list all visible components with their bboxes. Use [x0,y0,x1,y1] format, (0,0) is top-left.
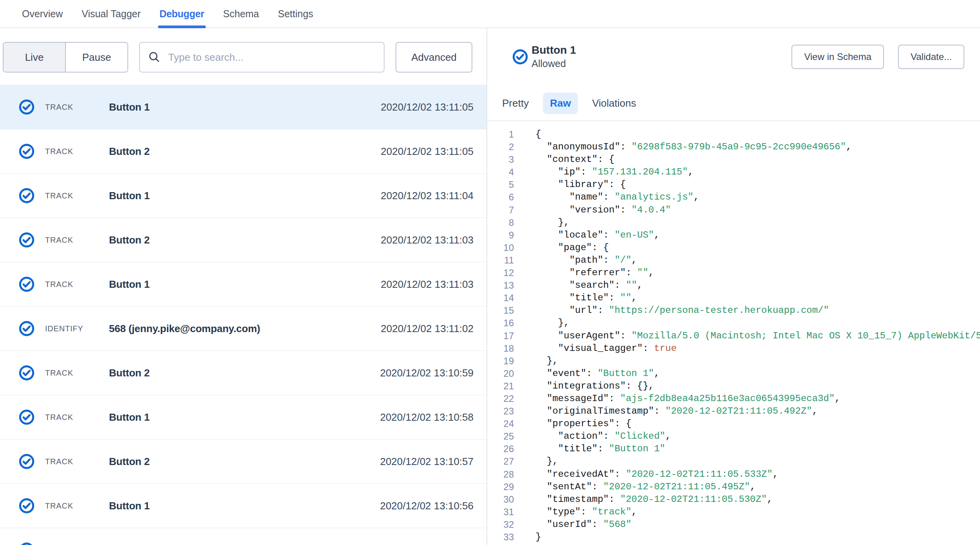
line-number: 10 [487,242,514,254]
code-line: 18 "visual_tagger": true [487,342,980,355]
event-row[interactable]: TRACKButton 22020/12/02 13:10:59 [0,351,486,395]
check-circle-icon [19,365,34,381]
event-type-label: TRACK [45,103,109,112]
code-text: }, [514,317,569,329]
validate-button[interactable]: Validate... [898,45,964,69]
detail-tab-violations[interactable]: Violations [585,93,643,114]
event-row[interactable]: TRACKButton 12020/12/02 13:11:05 [0,85,486,129]
event-list-panel: Live Pause Advanced TRACKButton 12020/12… [0,28,487,545]
event-type-label: TRACK [45,147,109,156]
event-name: Button 1 [109,411,150,423]
event-row[interactable]: TRACKButton 22020/12/02 13:10:57 [0,440,486,484]
tab-visual-tagger[interactable]: Visual Tagger [82,0,141,27]
code-line: 20 "event": "Button 1", [487,367,980,380]
code-text: "search": "", [514,279,643,292]
event-type-label: TRACK [45,457,109,466]
code-text: "properties": { [514,418,632,430]
code-line: 17 "userAgent": "Mozilla/5.0 (Macintosh;… [487,330,980,342]
event-type-label: TRACK [45,236,109,245]
top-nav: OverviewVisual TaggerDebuggerSchemaSetti… [0,0,980,28]
code-line: 14 "title": "", [487,292,980,304]
code-text: }, [514,216,569,229]
line-number: 28 [487,468,514,481]
line-number: 5 [487,178,514,191]
code-line: 21 "integrations": {}, [487,380,980,392]
line-number: 19 [487,355,514,367]
line-number: 26 [487,443,514,455]
code-line: 29 "sentAt": "2020-12-02T21:11:05.495Z", [487,481,980,493]
event-type-label: IDENTIFY [45,324,109,333]
line-number: 8 [487,216,514,229]
line-number: 17 [487,330,514,342]
code-text: }, [514,355,558,367]
event-row[interactable]: TRACKButton 12020/12/02 13:10:58 [0,395,486,440]
event-row[interactable]: IDENTIFY565 (hal.sturgeon@company.com)20… [0,528,486,545]
event-row[interactable]: TRACKButton 12020/12/02 13:11:03 [0,262,486,307]
event-row[interactable]: TRACKButton 22020/12/02 13:11:03 [0,218,486,262]
check-circle-icon [19,232,34,248]
line-number: 27 [487,455,514,468]
detail-header-actions: View in Schema Validate... [791,45,964,69]
code-line: 27 }, [487,455,980,468]
line-number: 30 [487,493,514,506]
event-type-label: TRACK [45,501,109,510]
view-in-schema-button[interactable]: View in Schema [791,45,884,69]
pause-button[interactable]: Pause [66,43,127,72]
event-row[interactable]: TRACKButton 22020/12/02 13:11:05 [0,129,486,174]
check-circle-icon [19,498,34,514]
code-text: "page": { [514,242,609,254]
line-number: 9 [487,229,514,242]
detail-tab-pretty[interactable]: Pretty [495,93,536,114]
code-text: "event": "Button 1", [514,367,660,380]
check-circle-icon [512,49,528,65]
code-text: "userAgent": "Mozilla/5.0 (Macintosh; In… [514,330,980,342]
search-icon [148,51,161,64]
code-text: } [514,531,541,543]
event-timestamp: 2020/12/02 13:11:04 [381,190,474,202]
tab-debugger[interactable]: Debugger [160,0,204,27]
advanced-button[interactable]: Advanced [396,42,472,73]
line-number: 24 [487,418,514,430]
event-name: Button 1 [109,278,150,291]
line-number: 6 [487,191,514,203]
check-circle-icon [19,188,34,203]
code-line: 2 "anonymousId": "6298f583-979b-45a9-9c9… [487,141,980,153]
live-button[interactable]: Live [4,43,66,72]
code-text: "locale": "en-US", [514,229,660,242]
code-line: 9 "locale": "en-US", [487,229,980,242]
code-line: 15 "url": "https://persona-tester.heroku… [487,304,980,317]
line-number: 14 [487,292,514,304]
event-row[interactable]: TRACKButton 12020/12/02 13:11:04 [0,174,486,218]
code-text: "action": "Clicked", [514,430,671,443]
check-circle-icon [19,276,34,292]
event-row[interactable]: IDENTIFY568 (jenny.pike@company.com)2020… [0,307,486,351]
code-line: 19 }, [487,355,980,367]
line-number: 16 [487,317,514,329]
violation-highlight: "visual_tagger": true [558,342,677,355]
code-text: "url": "https://persona-tester.herokuapp… [514,304,829,317]
detail-tab-raw[interactable]: Raw [543,93,578,114]
tab-settings[interactable]: Settings [278,0,313,27]
search-input[interactable] [167,51,384,64]
tab-overview[interactable]: Overview [22,0,63,27]
code-line: 24 "properties": { [487,418,980,430]
code-line: 30 "timestamp": "2020-12-02T21:11:05.530… [487,493,980,506]
code-text: "sentAt": "2020-12-02T21:11:05.495Z", [514,481,756,493]
code-line: 33} [487,531,980,543]
code-text: "referrer": "", [514,267,654,279]
event-type-label: TRACK [45,413,109,422]
event-timestamp: 2020/12/02 13:11:05 [381,145,474,158]
code-text: "receivedAt": "2020-12-02T21:11:05.533Z"… [514,468,778,481]
line-number: 4 [487,166,514,178]
tab-schema[interactable]: Schema [223,0,259,27]
code-text: "ip": "157.131.204.115", [514,166,693,178]
event-name: Button 2 [109,367,150,379]
code-line: 26 "title": "Button 1" [487,443,980,455]
event-timestamp: 2020/12/02 13:10:57 [380,456,474,468]
line-number: 12 [487,267,514,279]
line-number: 29 [487,481,514,493]
code-text: "timestamp": "2020-12-02T21:11:05.530Z", [514,493,773,506]
event-list-toolbar: Live Pause Advanced [0,42,486,73]
event-type-label: TRACK [45,369,109,378]
event-row[interactable]: TRACKButton 12020/12/02 13:10:56 [0,484,486,528]
